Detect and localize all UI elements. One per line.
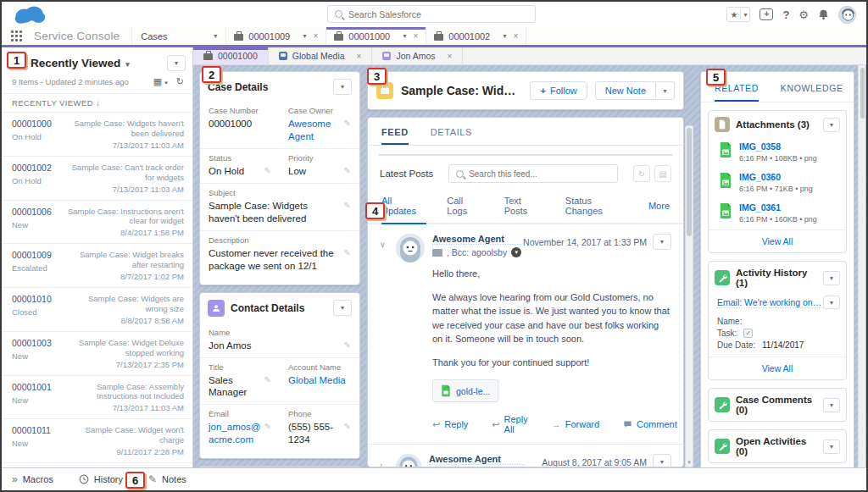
feed-search[interactable] bbox=[448, 164, 618, 183]
display-as-icon[interactable]: ▦ ▾ bbox=[153, 76, 168, 87]
subtab-account-global-media[interactable]: Global Media× bbox=[269, 47, 373, 64]
task-checkbox[interactable]: ✓ bbox=[743, 329, 753, 338]
list-view-title[interactable]: Recently Viewed▾ bbox=[31, 57, 130, 69]
close-icon[interactable]: × bbox=[448, 52, 453, 61]
attachment-link[interactable]: IMG_0358 bbox=[739, 141, 817, 152]
card-menu-button[interactable]: ▾ bbox=[823, 398, 840, 412]
list-view-menu-button[interactable]: ▾ bbox=[167, 55, 186, 71]
global-search-input[interactable] bbox=[348, 9, 528, 19]
page-scrollbar[interactable] bbox=[858, 65, 865, 467]
chevron-down-icon[interactable]: ▾ bbox=[303, 32, 306, 40]
feed-scrollbar[interactable]: ▾ bbox=[685, 125, 693, 467]
feed-author-link[interactable]: Awesome Agent bbox=[432, 234, 521, 245]
filter-all-updates[interactable]: All Updates bbox=[381, 196, 426, 224]
attachment-link[interactable]: IMG_0360 bbox=[739, 172, 813, 182]
feed-refresh-button[interactable]: ↻ bbox=[633, 165, 650, 182]
utility-history[interactable]: History bbox=[79, 474, 123, 484]
list-column-header[interactable]: RECENTLY VIEWED ↓ bbox=[2, 93, 192, 113]
publisher-tab-close-case[interactable]: Close Case bbox=[540, 155, 614, 156]
comment-action[interactable]: Comment bbox=[623, 414, 677, 434]
feed-sort-button[interactable]: ▤ bbox=[654, 165, 671, 182]
subtab-case-00001000[interactable]: 00001000 bbox=[193, 47, 269, 64]
workspace-tab-00001000[interactable]: 00001000 ▾ × bbox=[326, 27, 426, 45]
list-item[interactable]: 00001010Closed Sample Case: Widgets are … bbox=[2, 288, 192, 332]
list-item[interactable]: 00001001New Sample Case: Assembly Instru… bbox=[2, 376, 192, 420]
activity-view-all-link[interactable]: View All bbox=[709, 357, 846, 379]
publisher-tab-post[interactable]: Post bbox=[379, 155, 424, 156]
workspace-tab-00001002[interactable]: 00001002 ▾ × bbox=[426, 27, 526, 45]
chevron-down-icon[interactable]: ▾ bbox=[403, 32, 406, 40]
publisher-tab-log-a-call[interactable]: Log a Call bbox=[424, 155, 492, 156]
subtab-contact-jon-amos[interactable]: Jon Amos× bbox=[372, 47, 463, 64]
object-switcher-cases[interactable]: Cases▾ bbox=[131, 27, 226, 45]
list-item[interactable]: 00001002On Hold Sample Case: Can't track… bbox=[2, 157, 192, 201]
collapse-chevron-icon[interactable]: ∨ bbox=[380, 234, 388, 434]
edit-pencil-icon[interactable]: ✎ bbox=[341, 118, 351, 129]
new-note-menu-button[interactable]: ▾ bbox=[656, 81, 675, 100]
expand-chevron-icon[interactable]: › bbox=[380, 454, 388, 467]
setup-gear-icon[interactable]: ⚙ bbox=[798, 8, 809, 21]
edit-pencil-icon[interactable]: ✎ bbox=[261, 374, 271, 385]
edit-pencil-icon[interactable]: ✎ bbox=[341, 247, 351, 258]
close-icon[interactable]: × bbox=[513, 31, 518, 41]
attachment-link[interactable]: IMG_0361 bbox=[739, 202, 817, 213]
close-icon[interactable]: × bbox=[413, 31, 418, 41]
attachments-view-all-link[interactable]: View All bbox=[709, 229, 846, 252]
follow-button[interactable]: +Follow bbox=[530, 81, 587, 100]
utility-notes[interactable]: ✎Notes bbox=[148, 473, 186, 485]
user-avatar[interactable] bbox=[838, 6, 856, 24]
list-item[interactable]: 00001003New Sample Case: Widget Deluxe s… bbox=[2, 332, 192, 376]
publisher-tab-email[interactable]: Email bbox=[492, 155, 541, 156]
edit-pencil-icon[interactable]: ✎ bbox=[261, 421, 271, 432]
feed-author-link[interactable]: Awesome Agent bbox=[429, 454, 525, 465]
reply-all-action[interactable]: ↩Reply All bbox=[492, 414, 527, 434]
card-menu-button[interactable]: ▾ bbox=[823, 271, 840, 285]
list-item[interactable]: 00001006New Sample Case: Instructions ar… bbox=[2, 201, 192, 245]
card-menu-button[interactable]: ▾ bbox=[823, 118, 840, 132]
tab-feed[interactable]: FEED bbox=[381, 127, 409, 145]
chevron-down-icon[interactable]: ▾ bbox=[503, 32, 506, 40]
tab-knowledge[interactable]: KNOWLEDGE bbox=[781, 83, 843, 102]
filter-text-posts[interactable]: Text Posts bbox=[504, 196, 545, 223]
reply-action[interactable]: ↩Reply bbox=[432, 414, 468, 434]
edit-pencil-icon[interactable]: ✎ bbox=[261, 165, 271, 176]
forward-action[interactable]: →Forward bbox=[552, 414, 599, 434]
refresh-icon[interactable]: ↻ bbox=[176, 76, 184, 87]
feed-item-menu-button[interactable]: ▾ bbox=[653, 454, 671, 467]
app-launcher-waffle-icon[interactable] bbox=[2, 27, 31, 45]
edit-pencil-icon[interactable]: ✎ bbox=[341, 200, 351, 211]
global-add-icon[interactable]: + bbox=[760, 8, 773, 20]
edit-pencil-icon[interactable]: ✎ bbox=[341, 165, 351, 176]
list-item[interactable]: 00001011New Sample Case: Widget won't ch… bbox=[2, 419, 192, 463]
attachment-chip[interactable]: gold-le... bbox=[432, 379, 498, 402]
edit-pencil-icon[interactable]: ✎ bbox=[341, 421, 351, 432]
close-icon[interactable]: × bbox=[313, 31, 318, 41]
card-menu-button[interactable]: ▾ bbox=[333, 79, 352, 95]
favorites-button[interactable]: ★▾ bbox=[726, 7, 750, 22]
global-search[interactable] bbox=[327, 5, 536, 23]
notifications-bell-icon[interactable] bbox=[818, 9, 829, 20]
filter-call-logs[interactable]: Call Logs bbox=[447, 196, 483, 223]
list-item[interactable]: 00001009Escalated Sample Case: Widget br… bbox=[2, 244, 192, 288]
new-note-button[interactable]: New Note bbox=[595, 81, 656, 100]
filter-more[interactable]: More bbox=[648, 201, 670, 218]
tab-related[interactable]: RELATED bbox=[715, 83, 759, 102]
workspace-tab-00001009[interactable]: 00001009 ▾ × bbox=[226, 27, 326, 45]
edit-pencil-icon[interactable]: ✎ bbox=[341, 340, 351, 351]
activity-email-link[interactable]: Email: We're working on your case [ r... bbox=[717, 297, 823, 308]
recipient-count-badge[interactable]: ▾ bbox=[511, 247, 521, 257]
card-menu-button[interactable]: ▾ bbox=[823, 439, 840, 454]
feed-search-input[interactable] bbox=[469, 169, 610, 179]
account-name-link[interactable]: Global Media bbox=[288, 374, 351, 387]
close-icon[interactable]: × bbox=[357, 52, 362, 61]
list-item[interactable]: 00001008On Hold Sample Case: Widget make… bbox=[2, 463, 192, 467]
list-item[interactable]: 00001000On Hold Sample Case: Widgets hav… bbox=[2, 113, 192, 157]
help-icon[interactable]: ? bbox=[782, 8, 789, 21]
feed-item-menu-button[interactable]: ▾ bbox=[653, 234, 671, 250]
utility-macros[interactable]: »Macros bbox=[12, 473, 53, 485]
filter-status-changes[interactable]: Status Changes bbox=[565, 196, 628, 223]
tab-details[interactable]: DETAILS bbox=[431, 127, 472, 145]
contact-email-link[interactable]: jon_amos@acme.com✎ bbox=[209, 421, 271, 446]
card-menu-button[interactable]: ▾ bbox=[333, 300, 352, 316]
case-owner-link[interactable]: Awesome Agent✎ bbox=[288, 118, 351, 143]
